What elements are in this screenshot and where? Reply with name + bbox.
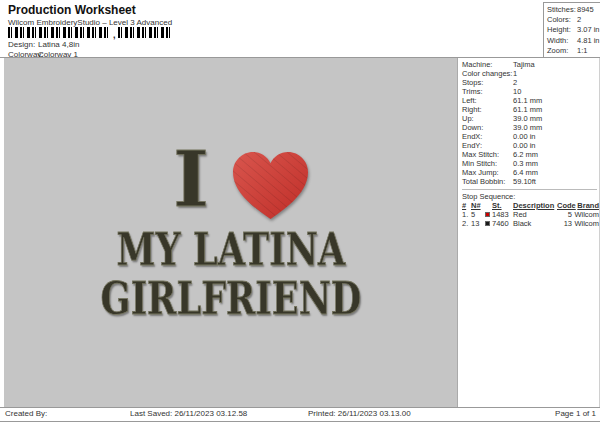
zoom-value: 1:1 xyxy=(577,46,587,56)
height-value: 3.07 in xyxy=(577,25,600,35)
machine-row: Down:39.0 mm xyxy=(462,123,597,132)
stitches-label: Stitches: xyxy=(547,5,577,15)
machine-row: Color changes:1 xyxy=(462,69,597,78)
last-saved-text: Last Saved: 26/11/2023 03.12.58 xyxy=(130,409,247,418)
design-value: Latina 4,8in xyxy=(38,40,79,49)
embroidery-letter-i: I xyxy=(173,142,209,218)
machine-row: EndY:0.00 in xyxy=(462,141,597,150)
machine-row: Machine:Tajima xyxy=(462,60,597,69)
stop-sequence-row: 2. 13 7460 Black 13 Wilcom xyxy=(462,219,597,228)
right-label: Right: xyxy=(462,105,513,114)
barcode-bars-left xyxy=(8,27,111,38)
footer: Created By: Last Saved: 26/11/2023 03.12… xyxy=(0,409,600,421)
stop-sequence-header-row: # N# St. Description Code Brand xyxy=(462,201,597,210)
stitches-value: 8945 xyxy=(577,5,594,15)
production-worksheet-page: Production Worksheet Wilcom EmbroiderySt… xyxy=(0,0,600,424)
endy-label: EndY: xyxy=(462,141,513,150)
summary-row-stitches: Stitches: 8945 xyxy=(547,5,600,15)
max-stitch-label: Max Stitch: xyxy=(462,150,513,159)
row-num: 2. xyxy=(462,219,471,228)
machine-row: Up:39.0 mm xyxy=(462,114,597,123)
col-header-num: # xyxy=(462,201,471,210)
page-number: Page 1 of 1 xyxy=(555,409,596,418)
row-num: 1. xyxy=(462,210,471,219)
stop-sequence-row: 1. 5 1483 Red 5 Wilcom xyxy=(462,210,597,219)
machine-row: Trims:10 xyxy=(462,87,597,96)
machine-row: Max Jump:6.4 mm xyxy=(462,168,597,177)
thread-color-swatch-red xyxy=(485,212,490,217)
embroidery-text-girlfriend: GIRLFRIEND xyxy=(100,277,361,321)
row-stitches: 1483 xyxy=(485,210,513,219)
row-stitches: 7460 xyxy=(485,219,513,228)
machine-row: Left:61.1 mm xyxy=(462,96,597,105)
max-jump-value: 6.4 mm xyxy=(513,168,538,177)
summary-row-colors: Colors: 2 xyxy=(547,15,600,25)
height-label: Height: xyxy=(547,25,577,35)
right-value: 61.1 mm xyxy=(513,105,542,114)
endx-value: 0.00 in xyxy=(513,132,536,141)
machine-row: Max Stitch:6.2 mm xyxy=(462,150,597,159)
stop-sequence-section: Stop Sequence: # N# St. Description Code… xyxy=(462,189,597,228)
row-description: Red xyxy=(513,210,557,219)
row-needle: 5 xyxy=(471,210,485,219)
design-line-3: GIRLFRIEND xyxy=(4,277,457,321)
total-bobbin-label: Total Bobbin: xyxy=(462,177,513,186)
machine-value: Tajima xyxy=(513,60,535,69)
design-canvas: I xyxy=(4,58,458,407)
app-subtitle: Wilcom EmbroideryStudio – Level 3 Advanc… xyxy=(8,18,172,27)
colors-label: Colors: xyxy=(547,15,577,25)
min-stitch-value: 0.3 mm xyxy=(513,159,538,168)
heart-icon xyxy=(233,151,308,221)
machine-row: Right:61.1 mm xyxy=(462,105,597,114)
machine-details-panel: Machine:Tajima Color changes:1 Stops:2 T… xyxy=(458,58,600,407)
footer-separator-bottom xyxy=(0,421,600,422)
col-header-brand: Brand xyxy=(572,201,599,210)
endx-label: EndX: xyxy=(462,132,513,141)
machine-row: Total Bobbin:59.10ft xyxy=(462,177,597,186)
thread-color-swatch-black xyxy=(485,221,490,226)
col-header-description: Description xyxy=(513,201,557,210)
stops-label: Stops: xyxy=(462,78,513,87)
barcode-bars-right xyxy=(118,27,173,38)
color-changes-value: 1 xyxy=(513,69,517,78)
row-code: 13 xyxy=(557,219,572,228)
col-header-needle: N# xyxy=(471,201,485,210)
footer-separator-top xyxy=(0,407,600,408)
design-line-1: I xyxy=(14,142,467,221)
embroidery-text-my-latina: MY LATINA xyxy=(116,228,345,272)
min-stitch-label: Min Stitch: xyxy=(462,159,513,168)
summary-row-zoom: Zoom: 1:1 xyxy=(547,46,600,56)
row-code: 5 xyxy=(557,210,572,219)
color-changes-label: Color changes: xyxy=(462,69,513,78)
created-by-label: Created By: xyxy=(5,409,47,418)
design-line-2: MY LATINA xyxy=(4,228,457,272)
row-brand: Wilcom xyxy=(572,210,599,219)
width-label: Width: xyxy=(547,36,577,46)
barcode-icon: , xyxy=(8,27,173,38)
left-value: 61.1 mm xyxy=(513,96,542,105)
row-needle: 13 xyxy=(471,219,485,228)
max-jump-label: Max Jump: xyxy=(462,168,513,177)
summary-row-height: Height: 3.07 in xyxy=(547,25,600,35)
design-row: Design: Latina 4,8in xyxy=(8,40,79,49)
trims-value: 10 xyxy=(513,87,521,96)
page-title: Production Worksheet xyxy=(8,3,136,17)
design-summary-box: Stitches: 8945 Colors: 2 Height: 3.07 in… xyxy=(543,2,600,57)
zoom-label: Zoom: xyxy=(547,46,577,56)
col-header-code: Code xyxy=(557,201,572,210)
left-label: Left: xyxy=(462,96,513,105)
colors-value: 2 xyxy=(577,15,581,25)
machine-row: EndX:0.00 in xyxy=(462,132,597,141)
row-description: Black xyxy=(513,219,557,228)
stops-value: 2 xyxy=(513,78,517,87)
endy-value: 0.00 in xyxy=(513,141,536,150)
down-label: Down: xyxy=(462,123,513,132)
width-value: 4.81 in xyxy=(577,36,600,46)
down-value: 39.0 mm xyxy=(513,123,542,132)
row-brand: Wilcom xyxy=(572,219,599,228)
up-value: 39.0 mm xyxy=(513,114,542,123)
printed-text: Printed: 26/11/2023 03.13.00 xyxy=(308,409,411,418)
machine-label: Machine: xyxy=(462,60,513,69)
total-bobbin-value: 59.10ft xyxy=(513,177,536,186)
trims-label: Trims: xyxy=(462,87,513,96)
